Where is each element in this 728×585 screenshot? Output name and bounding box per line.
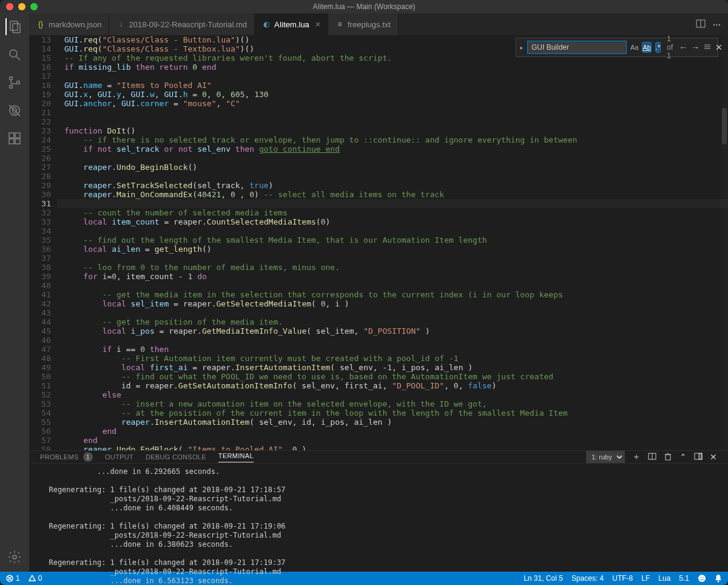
panel-tab-output[interactable]: OUTPUT bbox=[105, 453, 133, 461]
svg-rect-13 bbox=[15, 139, 20, 144]
status-cursor-position[interactable]: Ln 31, Col 5 bbox=[524, 574, 563, 583]
split-terminal-button[interactable] bbox=[648, 452, 656, 462]
file-type-icon: {} bbox=[36, 20, 45, 29]
editor-tab[interactable]: {}markdown.json bbox=[29, 13, 109, 35]
find-whole-word-toggle[interactable]: Ab bbox=[642, 42, 651, 53]
svg-point-2 bbox=[10, 50, 17, 57]
close-window-button[interactable] bbox=[6, 3, 13, 10]
svg-point-5 bbox=[10, 86, 13, 89]
new-terminal-button[interactable]: ＋ bbox=[632, 451, 641, 462]
find-match-case-toggle[interactable]: Aa bbox=[630, 42, 638, 53]
scrollbar-thumb[interactable] bbox=[722, 108, 727, 144]
svg-rect-22 bbox=[666, 455, 670, 460]
panel-tabs: PROBLEMS 1 OUTPUT DEBUG CONSOLE TERMINAL… bbox=[29, 451, 728, 464]
panel-tab-problems[interactable]: PROBLEMS 1 bbox=[40, 452, 93, 462]
status-indentation[interactable]: Spaces: 4 bbox=[571, 574, 604, 583]
panel-close-button[interactable]: ✕ bbox=[710, 452, 717, 462]
tab-label: 2018-09-22-Reascript-Tutorial.md bbox=[129, 20, 247, 29]
status-notifications-icon[interactable] bbox=[715, 574, 722, 583]
find-regex-toggle[interactable]: .* bbox=[655, 42, 661, 53]
status-warnings[interactable]: 0 bbox=[29, 574, 42, 583]
status-feedback-icon[interactable] bbox=[698, 574, 706, 583]
find-in-selection-toggle[interactable] bbox=[703, 42, 712, 53]
kill-terminal-button[interactable] bbox=[664, 452, 672, 462]
editor-tab[interactable]: ◐AIitem.lua× bbox=[255, 13, 328, 35]
svg-point-33 bbox=[718, 581, 720, 583]
tab-label: AIitem.lua bbox=[274, 20, 309, 29]
svg-rect-12 bbox=[9, 139, 14, 144]
tab-label: markdown.json bbox=[49, 20, 101, 29]
find-close-button[interactable]: ✕ bbox=[715, 42, 723, 52]
zoom-window-button[interactable] bbox=[30, 3, 38, 10]
tab-label: freeplugs.txt bbox=[348, 20, 391, 29]
status-encoding[interactable]: UTF-8 bbox=[612, 574, 633, 583]
line-number-gutter: 1314151617181920212223242526272829303132… bbox=[29, 35, 57, 450]
svg-point-14 bbox=[13, 555, 16, 559]
code-body[interactable]: GUI.req("Classes/Class - Button.lua")()G… bbox=[57, 35, 728, 450]
file-type-icon: ≡ bbox=[335, 20, 344, 29]
window-title-bar: AIitem.lua — Main (Workspace) bbox=[0, 0, 728, 13]
find-expand-toggle[interactable]: ▸ bbox=[520, 44, 524, 52]
window-controls bbox=[0, 3, 38, 10]
editor-tabs: {}markdown.json↓2018-09-22-Reascript-Tut… bbox=[29, 13, 728, 35]
svg-rect-10 bbox=[9, 133, 14, 138]
find-prev-button[interactable]: ← bbox=[679, 42, 687, 52]
more-actions-button[interactable]: ⋯ bbox=[713, 20, 721, 29]
svg-line-3 bbox=[16, 56, 20, 60]
panel-tab-debug-console[interactable]: DEBUG CONSOLE bbox=[146, 453, 206, 461]
status-language[interactable]: Lua bbox=[658, 574, 670, 583]
svg-point-6 bbox=[17, 81, 20, 84]
svg-line-8 bbox=[9, 105, 20, 116]
svg-point-31 bbox=[700, 577, 701, 578]
status-version[interactable]: 5.1 bbox=[679, 574, 689, 583]
problems-count-badge: 1 bbox=[83, 452, 93, 462]
code-editor[interactable]: 1314151617181920212223242526272829303132… bbox=[29, 35, 728, 450]
file-type-icon: ◐ bbox=[262, 20, 271, 29]
find-next-button[interactable]: → bbox=[691, 42, 699, 52]
panel-tab-terminal[interactable]: TERMINAL bbox=[218, 452, 254, 462]
minimize-window-button[interactable] bbox=[18, 3, 25, 10]
panel-maximize-button[interactable]: ⌃ bbox=[679, 452, 687, 462]
search-icon[interactable] bbox=[6, 46, 23, 63]
debug-icon[interactable] bbox=[6, 102, 23, 119]
terminal-selector[interactable]: 1: ruby bbox=[586, 451, 625, 463]
status-eol[interactable]: LF bbox=[641, 574, 650, 583]
find-input[interactable] bbox=[527, 41, 627, 54]
svg-rect-11 bbox=[15, 133, 20, 138]
panel-move-button[interactable] bbox=[694, 452, 703, 462]
svg-rect-0 bbox=[10, 21, 18, 30]
svg-rect-26 bbox=[699, 453, 702, 459]
editor-region: {}markdown.json↓2018-09-22-Reascript-Tut… bbox=[29, 13, 728, 572]
terminal-output[interactable]: ...done in 6.292665 seconds. Regeneratin… bbox=[29, 464, 728, 585]
svg-rect-1 bbox=[13, 24, 20, 33]
source-control-icon[interactable] bbox=[6, 74, 23, 91]
editor-scrollbar[interactable] bbox=[721, 35, 728, 450]
window-title: AIitem.lua — Main (Workspace) bbox=[0, 2, 728, 11]
file-type-icon: ↓ bbox=[116, 20, 125, 29]
extensions-icon[interactable] bbox=[6, 130, 23, 147]
activity-bar bbox=[0, 13, 29, 572]
svg-point-4 bbox=[10, 77, 13, 80]
editor-tab[interactable]: ≡freeplugs.txt bbox=[328, 13, 399, 35]
bottom-panel: PROBLEMS 1 OUTPUT DEBUG CONSOLE TERMINAL… bbox=[29, 450, 728, 572]
find-widget: ▸ Aa Ab .* 1 of 1 ← → ✕ bbox=[516, 38, 718, 57]
editor-tab-tools: ⋯ bbox=[696, 13, 728, 35]
tab-close-button[interactable]: × bbox=[315, 19, 320, 29]
split-editor-button[interactable] bbox=[696, 19, 706, 30]
explorer-icon[interactable] bbox=[5, 18, 22, 35]
status-errors[interactable]: 1 bbox=[6, 574, 20, 583]
find-result-count: 1 of 1 bbox=[664, 35, 675, 60]
editor-tab[interactable]: ↓2018-09-22-Reascript-Tutorial.md bbox=[109, 13, 255, 35]
svg-point-30 bbox=[698, 575, 706, 582]
svg-point-32 bbox=[703, 577, 704, 578]
settings-gear-icon[interactable] bbox=[6, 549, 23, 566]
